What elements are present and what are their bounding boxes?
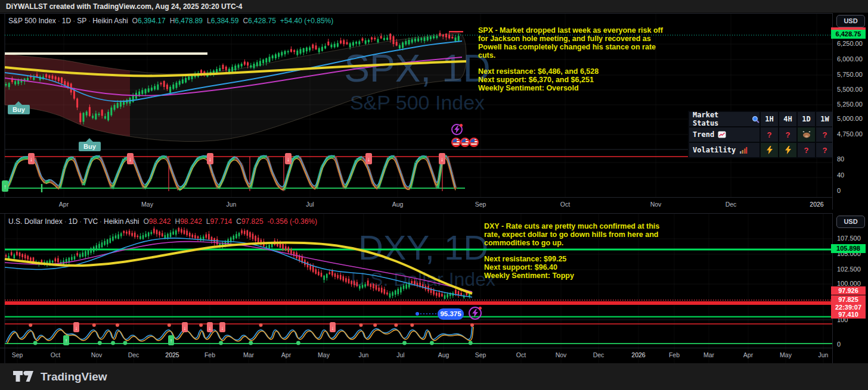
market-status-title-text: Market Status <box>693 111 748 127</box>
bull-status-cell <box>798 127 815 142</box>
time-axis-label: Sep <box>475 351 486 358</box>
svg-text:↓: ↓ <box>367 156 370 163</box>
spx-legend: S&P 500 Index·1D·SP·Heikin AshiO6,394.17… <box>8 17 333 25</box>
ohlc-key: C <box>236 217 241 226</box>
price-scale-tick: 5,750.00 <box>837 71 863 78</box>
dxy-time-axis[interactable]: SepOctNovDec2025FebMarAprMayJunJulAugSep… <box>0 348 832 361</box>
ohlc-key: O <box>132 17 138 25</box>
question-status-cell: ? <box>761 127 778 142</box>
row-label-trend: Trend <box>689 127 760 142</box>
time-axis-label: Oct <box>516 351 526 358</box>
tradingview-multichart: DiYWALLST created with TradingView.com, … <box>0 0 868 390</box>
buy-signal-label: Buy <box>8 105 30 114</box>
price-scale-tick: 0 <box>837 187 841 194</box>
spx-time-axis[interactable]: AprMayJunJulAugSepOctNovDec2026 <box>0 197 832 211</box>
dxy-note: DXY - Rate cuts are pretty much confirme… <box>484 222 675 280</box>
volatility-bars-icon <box>739 146 748 154</box>
spx-symbol-title: S&P 500 Index <box>8 17 56 25</box>
note-line: Next support: $96.40 <box>484 263 675 272</box>
question-status-cell: ? <box>816 127 833 142</box>
spx-note: SPX - Market dropped last week as everyo… <box>478 26 669 92</box>
bolt-glyph-icon <box>454 126 460 133</box>
attribution-text: DiYWALLST created with TradingView.com, … <box>6 2 242 11</box>
us-flag-marker-icon[interactable] <box>469 138 479 147</box>
ohlc-key: L <box>206 217 210 226</box>
spx-chart-panel[interactable]: ↓↓↓↓↓↓↑ S&P 500 Index·1D·SP·Heikin AshiO… <box>0 13 868 210</box>
dxy-level-price-label: 105.898 <box>831 244 866 253</box>
time-axis-label: Feb <box>669 351 680 358</box>
spx-note-paragraph: SPX - Market dropped last week as everyo… <box>478 26 669 60</box>
question-status-cell: ? <box>779 127 796 142</box>
time-axis-label: Dec <box>128 351 140 358</box>
magnifier-icon <box>752 116 760 123</box>
dxy-exchange: TVC <box>83 217 98 226</box>
ohlc-value: 98.242 <box>180 217 202 226</box>
us-flag-marker-icon[interactable] <box>451 138 461 147</box>
note-line: Next resistance: $6,486, and 6,528 <box>478 67 669 76</box>
dxy-interval[interactable]: 1D <box>69 217 78 226</box>
ohlc-value: 97.714 <box>210 217 232 226</box>
footer-bar: TradingView <box>0 363 868 390</box>
tradingview-wordmark[interactable]: TradingView <box>41 370 107 383</box>
ohlc-value: 6,394.17 <box>138 17 166 25</box>
change-value: -0.356 (-0.36%) <box>268 217 317 226</box>
dxy-last-price-label: 97.825 22:39:07 <box>831 295 866 311</box>
time-axis-label: Jun <box>227 201 237 208</box>
spx-currency-button[interactable]: USD <box>836 15 865 27</box>
question-status-cell: ? <box>816 143 833 157</box>
us-flag-marker-icon[interactable] <box>460 138 470 147</box>
price-scale-tick: 6,250.00 <box>837 40 863 47</box>
time-axis-label: Mar <box>243 351 254 358</box>
svg-text:↓: ↓ <box>30 156 33 163</box>
price-scale-tick: 107.500 <box>837 235 861 242</box>
ohlc-value: 6,428.75 <box>248 17 276 25</box>
ohlc-value: 97.825 <box>241 217 264 226</box>
time-axis-label: Aug <box>392 201 404 208</box>
dxy-level-tag: 95.375 <box>438 308 464 320</box>
time-axis-label: Apr <box>743 351 753 358</box>
ohlc-key: H <box>170 17 175 25</box>
dxy-symbol-title: U.S. Dollar Index <box>8 217 63 226</box>
time-axis-label: May <box>318 351 330 358</box>
ohlc-value: 98.242 <box>149 217 171 226</box>
bolt-icon <box>767 146 773 154</box>
price-scale-tick: 5,250.00 <box>837 101 863 108</box>
time-axis-label: Feb <box>204 351 215 358</box>
spx-note-lines: Next resistance: $6,486, and 6,528Next s… <box>478 67 669 92</box>
ohlc-value: 6,384.59 <box>211 17 239 25</box>
price-scale-tick: 5,000.00 <box>837 115 863 122</box>
tradingview-logo-icon[interactable] <box>13 369 35 385</box>
timeframe-column-header: 1D <box>798 112 815 126</box>
spx-interval[interactable]: 1D <box>62 17 71 25</box>
question-status-cell: ? <box>798 143 815 157</box>
dxy-chart-type: Heikin Ashi <box>104 217 139 226</box>
idea-marker-bolt-icon[interactable] <box>469 307 482 320</box>
bolt-status-cell <box>779 143 796 157</box>
time-axis-label: 2026 <box>631 351 645 358</box>
dxy-last-price: 97.825 <box>831 296 866 304</box>
price-scale-tick: 4,750.00 <box>837 130 863 138</box>
dxy-zone-bottom-label: 97.410 <box>831 310 866 319</box>
svg-text:↑: ↑ <box>4 183 7 190</box>
price-scale-tick: 40 <box>837 171 844 179</box>
spx-price-scale[interactable]: USD 6,250.006,000.005,750.005,500.005,25… <box>832 13 868 210</box>
dxy-currency-button[interactable]: USD <box>836 216 865 228</box>
dxy-chart-panel[interactable]: ↓↓↓↓↓↑↑ U.S. Dollar Index·1D·TVC·Heikin … <box>0 213 868 364</box>
dxy-chart-canvas[interactable]: ↓↓↓↓↓↑↑ <box>0 214 832 364</box>
svg-text:↑: ↑ <box>65 338 68 344</box>
ohlc-key: O <box>143 217 148 226</box>
price-scale-tick: 80 <box>837 155 844 163</box>
trend-chart-icon <box>718 131 726 138</box>
svg-text:↓: ↓ <box>331 325 334 331</box>
time-axis-label: Mar <box>703 351 714 358</box>
time-axis-label: Aug <box>438 351 450 358</box>
idea-marker-bolt-icon[interactable] <box>451 124 463 135</box>
svg-text:↓: ↓ <box>129 156 132 163</box>
time-axis-label: Dec <box>726 201 737 208</box>
ohlc-key: C <box>243 17 248 25</box>
time-axis-label: Jun <box>359 351 369 358</box>
time-axis-label: Apr <box>281 351 291 358</box>
time-axis-label: Sep <box>12 351 23 358</box>
timeframe-column-header: 1W <box>816 112 833 126</box>
dxy-note-lines: Next resistance: $99.25Next support: $96… <box>484 255 675 280</box>
